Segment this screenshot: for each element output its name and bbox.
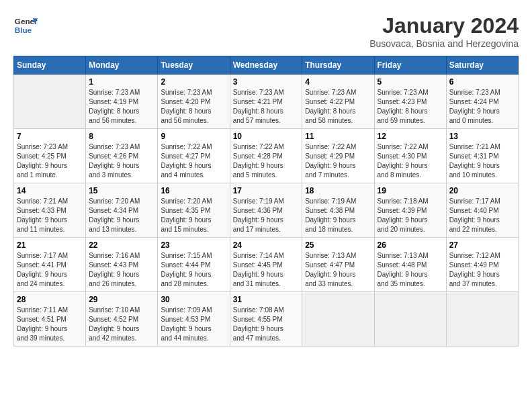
calendar-cell: [14, 75, 86, 129]
day-info: Sunrise: 7:20 AM Sunset: 4:35 PM Dayligh…: [161, 197, 226, 234]
day-info: Sunrise: 7:19 AM Sunset: 4:38 PM Dayligh…: [305, 197, 371, 234]
day-number: 21: [17, 240, 83, 250]
day-info: Sunrise: 7:23 AM Sunset: 4:19 PM Dayligh…: [89, 88, 154, 126]
calendar-header: SundayMondayTuesdayWednesdayThursdayFrid…: [14, 56, 519, 75]
day-info: Sunrise: 7:17 AM Sunset: 4:41 PM Dayligh…: [17, 251, 83, 289]
day-number: 15: [89, 186, 154, 195]
calendar-cell: 7Sunrise: 7:23 AM Sunset: 4:25 PM Daylig…: [14, 129, 86, 183]
day-number: 28: [17, 295, 83, 304]
title-block: January 2024 Busovaca, Bosnia and Herzeg…: [369, 13, 519, 49]
day-info: Sunrise: 7:15 AM Sunset: 4:44 PM Dayligh…: [161, 251, 226, 289]
day-info: Sunrise: 7:23 AM Sunset: 4:22 PM Dayligh…: [305, 88, 371, 126]
day-number: 13: [449, 132, 515, 141]
day-number: 29: [89, 295, 154, 304]
calendar-cell: 19Sunrise: 7:18 AM Sunset: 4:39 PM Dayli…: [374, 183, 446, 238]
calendar-cell: 29Sunrise: 7:10 AM Sunset: 4:52 PM Dayli…: [86, 292, 158, 347]
calendar-cell: 27Sunrise: 7:12 AM Sunset: 4:49 PM Dayli…: [446, 238, 518, 292]
day-info: Sunrise: 7:16 AM Sunset: 4:43 PM Dayligh…: [89, 251, 154, 289]
day-info: Sunrise: 7:23 AM Sunset: 4:23 PM Dayligh…: [378, 88, 443, 126]
day-info: Sunrise: 7:23 AM Sunset: 4:26 PM Dayligh…: [89, 142, 154, 180]
calendar-cell: 15Sunrise: 7:20 AM Sunset: 4:34 PM Dayli…: [86, 183, 158, 238]
calendar-cell: 1Sunrise: 7:23 AM Sunset: 4:19 PM Daylig…: [86, 75, 158, 129]
calendar-week-2: 14Sunrise: 7:21 AM Sunset: 4:33 PM Dayli…: [14, 183, 519, 238]
calendar-cell: 26Sunrise: 7:13 AM Sunset: 4:48 PM Dayli…: [374, 238, 446, 292]
calendar-cell: 5Sunrise: 7:23 AM Sunset: 4:23 PM Daylig…: [374, 75, 446, 129]
day-info: Sunrise: 7:17 AM Sunset: 4:40 PM Dayligh…: [449, 197, 515, 234]
day-number: 6: [449, 77, 515, 87]
calendar-cell: [302, 292, 374, 347]
day-info: Sunrise: 7:09 AM Sunset: 4:53 PM Dayligh…: [161, 306, 226, 343]
day-number: 20: [449, 186, 515, 195]
header-day-saturday: Saturday: [446, 56, 518, 75]
calendar-cell: 17Sunrise: 7:19 AM Sunset: 4:36 PM Dayli…: [230, 183, 302, 238]
calendar-cell: 30Sunrise: 7:09 AM Sunset: 4:53 PM Dayli…: [158, 292, 230, 347]
day-number: 25: [305, 240, 371, 250]
day-info: Sunrise: 7:20 AM Sunset: 4:34 PM Dayligh…: [89, 197, 154, 234]
day-info: Sunrise: 7:22 AM Sunset: 4:29 PM Dayligh…: [305, 142, 371, 180]
calendar-cell: 23Sunrise: 7:15 AM Sunset: 4:44 PM Dayli…: [158, 238, 230, 292]
day-number: 7: [17, 132, 83, 141]
day-info: Sunrise: 7:18 AM Sunset: 4:39 PM Dayligh…: [378, 197, 443, 234]
calendar-cell: [374, 292, 446, 347]
calendar-week-4: 28Sunrise: 7:11 AM Sunset: 4:51 PM Dayli…: [14, 292, 519, 347]
page-header: General Blue January 2024 Busovaca, Bosn…: [13, 13, 519, 49]
day-number: 12: [378, 132, 443, 141]
day-number: 4: [305, 77, 371, 87]
day-info: Sunrise: 7:13 AM Sunset: 4:48 PM Dayligh…: [378, 251, 443, 289]
day-info: Sunrise: 7:23 AM Sunset: 4:24 PM Dayligh…: [449, 88, 515, 126]
calendar-cell: 14Sunrise: 7:21 AM Sunset: 4:33 PM Dayli…: [14, 183, 86, 238]
day-number: 30: [161, 295, 226, 304]
day-number: 31: [233, 295, 300, 304]
day-info: Sunrise: 7:12 AM Sunset: 4:49 PM Dayligh…: [449, 251, 515, 289]
header-day-friday: Friday: [374, 56, 446, 75]
header-day-wednesday: Wednesday: [230, 56, 302, 75]
day-number: 23: [161, 240, 226, 250]
day-number: 22: [89, 240, 154, 250]
day-number: 18: [305, 186, 371, 195]
day-number: 14: [17, 186, 83, 195]
day-info: Sunrise: 7:19 AM Sunset: 4:36 PM Dayligh…: [233, 197, 300, 234]
location-subtitle: Busovaca, Bosnia and Herzegovina: [369, 38, 519, 49]
calendar-cell: 9Sunrise: 7:22 AM Sunset: 4:27 PM Daylig…: [158, 129, 230, 183]
calendar-week-3: 21Sunrise: 7:17 AM Sunset: 4:41 PM Dayli…: [14, 238, 519, 292]
day-number: 9: [161, 132, 226, 141]
day-info: Sunrise: 7:23 AM Sunset: 4:20 PM Dayligh…: [161, 88, 226, 126]
calendar-cell: 11Sunrise: 7:22 AM Sunset: 4:29 PM Dayli…: [302, 129, 374, 183]
month-title: January 2024: [369, 13, 519, 38]
calendar-cell: 18Sunrise: 7:19 AM Sunset: 4:38 PM Dayli…: [302, 183, 374, 238]
header-day-tuesday: Tuesday: [158, 56, 230, 75]
calendar-cell: 10Sunrise: 7:22 AM Sunset: 4:28 PM Dayli…: [230, 129, 302, 183]
day-number: 17: [233, 186, 300, 195]
calendar-cell: 2Sunrise: 7:23 AM Sunset: 4:20 PM Daylig…: [158, 75, 230, 129]
calendar-cell: 22Sunrise: 7:16 AM Sunset: 4:43 PM Dayli…: [86, 238, 158, 292]
day-info: Sunrise: 7:21 AM Sunset: 4:31 PM Dayligh…: [449, 142, 515, 180]
day-number: 2: [161, 77, 226, 87]
calendar-week-0: 1Sunrise: 7:23 AM Sunset: 4:19 PM Daylig…: [14, 75, 519, 129]
header-day-sunday: Sunday: [14, 56, 86, 75]
day-number: 26: [378, 240, 443, 250]
header-row: SundayMondayTuesdayWednesdayThursdayFrid…: [14, 56, 519, 75]
day-number: 11: [305, 132, 371, 141]
day-info: Sunrise: 7:14 AM Sunset: 4:45 PM Dayligh…: [233, 251, 300, 289]
day-info: Sunrise: 7:23 AM Sunset: 4:25 PM Dayligh…: [17, 142, 83, 180]
calendar-week-1: 7Sunrise: 7:23 AM Sunset: 4:25 PM Daylig…: [14, 129, 519, 183]
day-number: 3: [233, 77, 300, 87]
day-number: 24: [233, 240, 300, 250]
day-info: Sunrise: 7:11 AM Sunset: 4:51 PM Dayligh…: [17, 306, 83, 343]
day-info: Sunrise: 7:23 AM Sunset: 4:21 PM Dayligh…: [233, 88, 300, 126]
calendar-body: 1Sunrise: 7:23 AM Sunset: 4:19 PM Daylig…: [14, 75, 519, 347]
svg-text:Blue: Blue: [15, 26, 32, 34]
calendar-cell: 6Sunrise: 7:23 AM Sunset: 4:24 PM Daylig…: [446, 75, 518, 129]
day-info: Sunrise: 7:13 AM Sunset: 4:47 PM Dayligh…: [305, 251, 371, 289]
calendar-cell: 21Sunrise: 7:17 AM Sunset: 4:41 PM Dayli…: [14, 238, 86, 292]
header-day-thursday: Thursday: [302, 56, 374, 75]
day-number: 8: [89, 132, 154, 141]
calendar-cell: 24Sunrise: 7:14 AM Sunset: 4:45 PM Dayli…: [230, 238, 302, 292]
day-number: 16: [161, 186, 226, 195]
day-number: 27: [449, 240, 515, 250]
day-info: Sunrise: 7:22 AM Sunset: 4:27 PM Dayligh…: [161, 142, 226, 180]
day-number: 19: [378, 186, 443, 195]
day-number: 1: [89, 77, 154, 87]
logo: General Blue: [13, 13, 38, 38]
calendar-cell: 13Sunrise: 7:21 AM Sunset: 4:31 PM Dayli…: [446, 129, 518, 183]
